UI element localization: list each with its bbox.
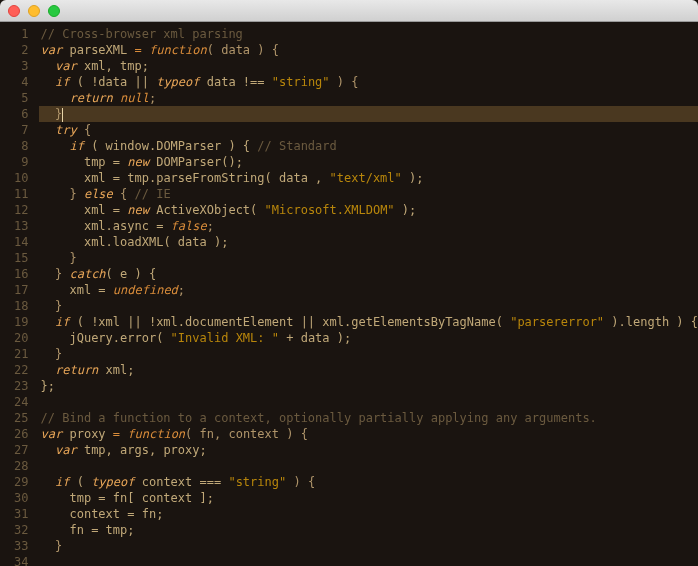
text: + data ); bbox=[279, 331, 351, 345]
titlebar[interactable] bbox=[0, 0, 698, 22]
code-line[interactable]: xml.async = false; bbox=[39, 218, 698, 234]
line-number: 14 bbox=[0, 234, 29, 250]
keyword: typeof bbox=[91, 475, 134, 489]
line-number: 2 bbox=[0, 42, 29, 58]
text: ) { bbox=[330, 75, 359, 89]
minimize-button[interactable] bbox=[28, 5, 40, 17]
code-line[interactable] bbox=[39, 394, 698, 410]
code-line[interactable] bbox=[39, 458, 698, 474]
keyword: new bbox=[127, 203, 149, 217]
code-line[interactable]: var xml, tmp; bbox=[39, 58, 698, 74]
code-line[interactable]: if ( !xml || !xml.documentElement || xml… bbox=[39, 314, 698, 330]
text: ( window.DOMParser ) { bbox=[84, 139, 257, 153]
keyword: var bbox=[41, 43, 63, 57]
string: "string" bbox=[228, 475, 286, 489]
keyword: function bbox=[127, 427, 185, 441]
line-number: 5 bbox=[0, 90, 29, 106]
text: xml = bbox=[84, 203, 127, 217]
string: "string" bbox=[272, 75, 330, 89]
punct: ; bbox=[207, 219, 214, 233]
code-line[interactable]: }; bbox=[39, 378, 698, 394]
comment-text: // IE bbox=[135, 187, 171, 201]
close-button[interactable] bbox=[8, 5, 20, 17]
text: xml, tmp; bbox=[77, 59, 149, 73]
line-number: 27 bbox=[0, 442, 29, 458]
code-line[interactable]: xml.loadXML( data ); bbox=[39, 234, 698, 250]
zoom-button[interactable] bbox=[48, 5, 60, 17]
code-line[interactable]: } bbox=[39, 538, 698, 554]
brace: } bbox=[55, 347, 62, 361]
brace: { bbox=[113, 187, 135, 201]
string: "parsererror" bbox=[510, 315, 604, 329]
line-number: 11 bbox=[0, 186, 29, 202]
operator: = bbox=[127, 43, 149, 57]
text: xml = bbox=[69, 283, 112, 297]
comment-text: // Cross-browser xml parsing bbox=[41, 27, 243, 41]
editor-window: 1 2 3 4 5 6 7 8 9 10 11 12 13 14 15 16 1… bbox=[0, 0, 698, 566]
code-line[interactable]: fn = tmp; bbox=[39, 522, 698, 538]
code-line[interactable]: var proxy = function( fn, context ) { bbox=[39, 426, 698, 442]
keyword: return bbox=[55, 363, 98, 377]
keyword: typeof bbox=[156, 75, 199, 89]
keyword: var bbox=[41, 427, 63, 441]
code-line[interactable]: } bbox=[39, 298, 698, 314]
text: tmp, args, proxy; bbox=[77, 443, 207, 457]
code-editor[interactable]: 1 2 3 4 5 6 7 8 9 10 11 12 13 14 15 16 1… bbox=[0, 22, 698, 566]
text: tmp = bbox=[84, 155, 127, 169]
code-line[interactable]: context = fn; bbox=[39, 506, 698, 522]
code-line[interactable]: var tmp, args, proxy; bbox=[39, 442, 698, 458]
brace: } bbox=[55, 107, 62, 121]
line-number: 9 bbox=[0, 154, 29, 170]
line-number: 17 bbox=[0, 282, 29, 298]
code-line[interactable]: xml = undefined; bbox=[39, 282, 698, 298]
code-line[interactable]: tmp = fn[ context ]; bbox=[39, 490, 698, 506]
keyword: if bbox=[55, 475, 69, 489]
text: ActiveXObject( bbox=[149, 203, 265, 217]
code-line[interactable] bbox=[39, 554, 698, 566]
line-number: 18 bbox=[0, 298, 29, 314]
text: xml.loadXML( data ); bbox=[84, 235, 229, 249]
text: ( !xml || !xml.documentElement || xml.ge… bbox=[69, 315, 510, 329]
code-line[interactable]: tmp = new DOMParser(); bbox=[39, 154, 698, 170]
identifier: proxy bbox=[69, 427, 105, 441]
text: jQuery.error( bbox=[69, 331, 170, 345]
code-line[interactable]: jQuery.error( "Invalid XML: " + data ); bbox=[39, 330, 698, 346]
brace: } bbox=[69, 251, 76, 265]
params: ( fn, context ) { bbox=[185, 427, 308, 441]
cursor bbox=[62, 108, 63, 122]
punct: ; bbox=[178, 283, 185, 297]
constant: null bbox=[120, 91, 149, 105]
line-number: 30 bbox=[0, 490, 29, 506]
code-line[interactable]: if ( window.DOMParser ) { // Standard bbox=[39, 138, 698, 154]
line-number: 33 bbox=[0, 538, 29, 554]
text: }; bbox=[41, 379, 55, 393]
text: fn = tmp; bbox=[69, 523, 134, 537]
code-line[interactable]: if ( !data || typeof data !== "string" )… bbox=[39, 74, 698, 90]
code-line[interactable]: if ( typeof context === "string" ) { bbox=[39, 474, 698, 490]
code-area[interactable]: // Cross-browser xml parsing var parseXM… bbox=[39, 22, 698, 566]
code-line[interactable]: } catch( e ) { bbox=[39, 266, 698, 282]
line-number: 3 bbox=[0, 58, 29, 74]
code-line[interactable]: try { bbox=[39, 122, 698, 138]
code-line[interactable]: var parseXML = function( data ) { bbox=[39, 42, 698, 58]
code-line-highlighted[interactable]: } bbox=[39, 106, 698, 122]
text bbox=[113, 91, 120, 105]
line-number: 16 bbox=[0, 266, 29, 282]
text: DOMParser(); bbox=[149, 155, 243, 169]
code-line[interactable]: return xml; bbox=[39, 362, 698, 378]
code-line[interactable]: // Bind a function to a context, optiona… bbox=[39, 410, 698, 426]
line-number: 25 bbox=[0, 410, 29, 426]
text: context === bbox=[135, 475, 229, 489]
line-number: 20 bbox=[0, 330, 29, 346]
text: ( !data || bbox=[69, 75, 156, 89]
code-line[interactable]: } bbox=[39, 346, 698, 362]
code-line[interactable]: return null; bbox=[39, 90, 698, 106]
line-number: 7 bbox=[0, 122, 29, 138]
code-line[interactable]: xml = tmp.parseFromString( data , "text/… bbox=[39, 170, 698, 186]
text: context = fn; bbox=[69, 507, 163, 521]
code-line[interactable]: // Cross-browser xml parsing bbox=[39, 26, 698, 42]
code-line[interactable]: } bbox=[39, 250, 698, 266]
code-line[interactable]: xml = new ActiveXObject( "Microsoft.XMLD… bbox=[39, 202, 698, 218]
code-line[interactable]: } else { // IE bbox=[39, 186, 698, 202]
text: xml.async = bbox=[84, 219, 171, 233]
